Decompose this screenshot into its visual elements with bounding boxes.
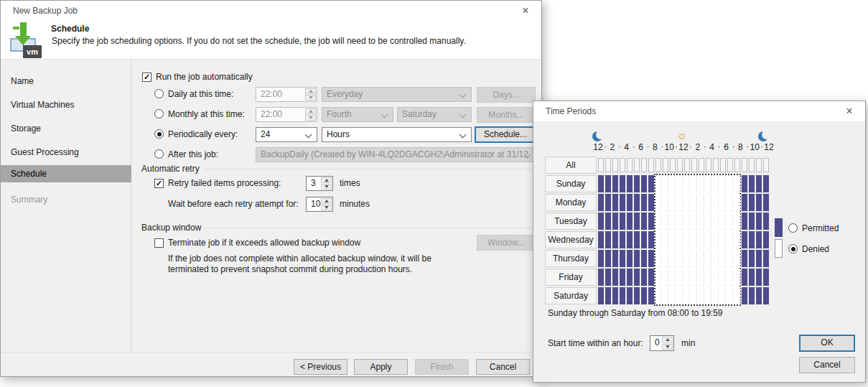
hour-column-header[interactable] [713, 158, 719, 172]
hour-cell[interactable] [612, 175, 618, 192]
hour-cell[interactable] [670, 175, 676, 192]
hour-cell[interactable] [655, 213, 661, 230]
hour-cell[interactable] [634, 175, 640, 192]
hour-cell[interactable] [663, 213, 668, 230]
hour-column-header[interactable] [727, 158, 733, 172]
hour-column-header[interactable] [620, 158, 625, 172]
hour-cell[interactable] [620, 287, 625, 304]
hour-cell[interactable] [612, 194, 618, 211]
hour-cell[interactable] [742, 213, 747, 230]
hour-column-header[interactable] [634, 158, 640, 172]
hour-cell[interactable] [727, 194, 733, 211]
denied-radio[interactable] [788, 244, 798, 253]
hour-cell[interactable] [749, 269, 755, 286]
hour-cell[interactable] [713, 194, 719, 211]
hour-cell[interactable] [634, 287, 640, 304]
day-label[interactable]: Sunday [545, 175, 597, 192]
hour-cell[interactable] [670, 287, 676, 304]
hour-cell[interactable] [677, 194, 683, 211]
sidebar-item-name[interactable]: Name [1, 73, 131, 90]
hour-cell[interactable] [706, 269, 711, 286]
hour-cell[interactable] [670, 269, 676, 286]
hour-cell[interactable] [691, 250, 697, 267]
hour-cell[interactable] [699, 287, 704, 304]
hour-cell[interactable] [627, 194, 633, 211]
permitted-radio[interactable] [788, 223, 798, 233]
hour-cell[interactable] [634, 231, 640, 248]
hour-cell[interactable] [677, 231, 683, 248]
hour-column-header[interactable] [677, 158, 683, 172]
hour-cell[interactable] [605, 175, 611, 192]
hour-cell[interactable] [763, 231, 769, 248]
all-row-label[interactable]: All [545, 157, 597, 174]
hour-cell[interactable] [655, 231, 661, 248]
hour-cell[interactable] [648, 175, 654, 192]
hour-cell[interactable] [720, 269, 726, 286]
hour-cell[interactable] [727, 269, 733, 286]
hour-column-header[interactable] [734, 158, 740, 172]
hour-cell[interactable] [641, 269, 647, 286]
hour-cell[interactable] [620, 175, 625, 192]
hour-cell[interactable] [713, 213, 719, 230]
hour-column-header[interactable] [627, 158, 633, 172]
hour-cell[interactable] [720, 231, 726, 248]
hour-column-header[interactable] [655, 158, 661, 172]
hour-cell[interactable] [734, 269, 740, 286]
day-label[interactable]: Wednesday [545, 231, 597, 248]
hour-cell[interactable] [641, 213, 647, 230]
hour-cell[interactable] [699, 269, 704, 286]
hour-column-header[interactable] [684, 158, 690, 172]
hour-cell[interactable] [699, 194, 704, 211]
hour-cell[interactable] [734, 194, 740, 211]
hour-cell[interactable] [684, 250, 690, 267]
cancel-button[interactable]: Cancel [799, 357, 855, 373]
retry-wait-spinner[interactable] [321, 198, 332, 210]
hour-cell[interactable] [742, 250, 747, 267]
hour-cell[interactable] [627, 175, 633, 192]
hour-cell[interactable] [605, 250, 611, 267]
hour-cell[interactable] [727, 287, 733, 304]
hour-cell[interactable] [620, 231, 625, 248]
hour-cell[interactable] [612, 250, 618, 267]
hour-cell[interactable] [691, 231, 697, 248]
hour-cell[interactable] [756, 231, 762, 248]
hour-cell[interactable] [742, 175, 747, 192]
hour-cell[interactable] [598, 194, 604, 211]
hour-cell[interactable] [663, 250, 668, 267]
hour-cell[interactable] [763, 175, 769, 192]
hour-cell[interactable] [627, 269, 633, 286]
hour-cell[interactable] [742, 194, 747, 211]
hour-cell[interactable] [684, 175, 690, 192]
hour-cell[interactable] [691, 287, 697, 304]
hour-cell[interactable] [641, 231, 647, 248]
hour-cell[interactable] [663, 269, 668, 286]
hour-cell[interactable] [648, 194, 654, 211]
hour-cell[interactable] [742, 231, 747, 248]
sidebar-item-virtual-machines[interactable]: Virtual Machines [1, 96, 131, 113]
hour-cell[interactable] [734, 231, 740, 248]
daily-radio[interactable] [154, 89, 164, 98]
hour-cell[interactable] [699, 175, 704, 192]
hour-cell[interactable] [706, 175, 711, 192]
apply-button[interactable]: Apply [354, 359, 408, 375]
hour-cell[interactable] [734, 213, 740, 230]
hour-cell[interactable] [684, 231, 690, 248]
hour-column-header[interactable] [756, 158, 762, 172]
hour-cell[interactable] [663, 231, 668, 248]
sidebar-item-summary[interactable]: Summary [1, 191, 131, 208]
hour-cell[interactable] [763, 287, 769, 304]
hour-column-header[interactable] [691, 158, 697, 172]
hour-cell[interactable] [706, 213, 711, 230]
periodically-unit-dropdown[interactable]: Hours [322, 127, 472, 142]
hour-cell[interactable] [677, 269, 683, 286]
hour-cell[interactable] [713, 231, 719, 248]
hour-cell[interactable] [605, 287, 611, 304]
hour-cell[interactable] [612, 213, 618, 230]
hour-cell[interactable] [706, 287, 711, 304]
hour-cell[interactable] [684, 269, 690, 286]
hour-cell[interactable] [749, 287, 755, 304]
retry-wait-input[interactable]: 10 [306, 197, 333, 212]
retry-count-spinner[interactable] [321, 177, 332, 190]
hour-cell[interactable] [756, 250, 762, 267]
hour-cell[interactable] [612, 231, 618, 248]
